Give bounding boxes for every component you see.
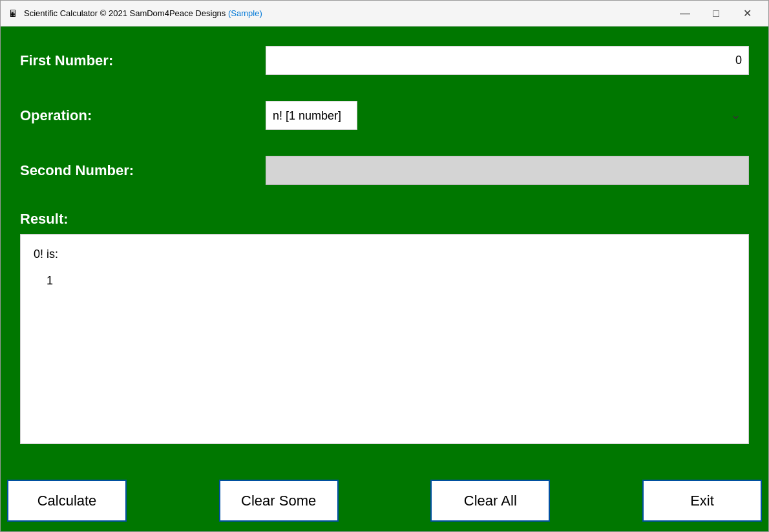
first-number-row: First Number:: [20, 46, 749, 75]
title-bar: 🖩 Scientific Calculator © 2021 SamDom4Pe…: [1, 1, 768, 27]
app-icon: 🖩: [7, 8, 19, 19]
operation-row: Operation: n! [1 number] + [2 numbers] -…: [20, 101, 749, 130]
first-number-label: First Number:: [20, 52, 266, 69]
clear-some-button[interactable]: Clear Some: [219, 480, 339, 522]
first-number-input[interactable]: [266, 46, 749, 75]
main-window: 🖩 Scientific Calculator © 2021 SamDom4Pe…: [0, 0, 769, 532]
title-bar-text: Scientific Calculator © 2021 SamDom4Peac…: [24, 8, 670, 18]
result-line2: 1: [47, 274, 735, 288]
maximize-button[interactable]: □: [701, 4, 731, 23]
calculate-button[interactable]: Calculate: [7, 480, 127, 522]
close-button[interactable]: ✕: [732, 4, 762, 23]
operation-select[interactable]: n! [1 number] + [2 numbers] - [2 numbers…: [266, 101, 357, 130]
title-sample: (Sample): [228, 8, 262, 18]
title-bar-controls: — □ ✕: [670, 4, 762, 23]
result-label: Result:: [20, 211, 749, 228]
second-number-input: [266, 156, 749, 185]
result-box: 0! is: 1: [20, 234, 749, 444]
second-number-label: Second Number:: [20, 162, 266, 179]
main-content: First Number: Operation: n! [1 number] +…: [1, 27, 768, 470]
exit-button[interactable]: Exit: [642, 480, 762, 522]
button-row: Calculate Clear Some Clear All Exit: [1, 470, 768, 531]
minimize-button[interactable]: —: [670, 4, 700, 23]
title-main: Scientific Calculator © 2021 SamDom4Peac…: [24, 8, 226, 18]
clear-all-button[interactable]: Clear All: [430, 480, 550, 522]
result-line1: 0! is:: [34, 248, 735, 261]
second-number-row: Second Number:: [20, 156, 749, 185]
operation-select-wrapper: n! [1 number] + [2 numbers] - [2 numbers…: [266, 101, 749, 130]
operation-label: Operation:: [20, 107, 266, 124]
